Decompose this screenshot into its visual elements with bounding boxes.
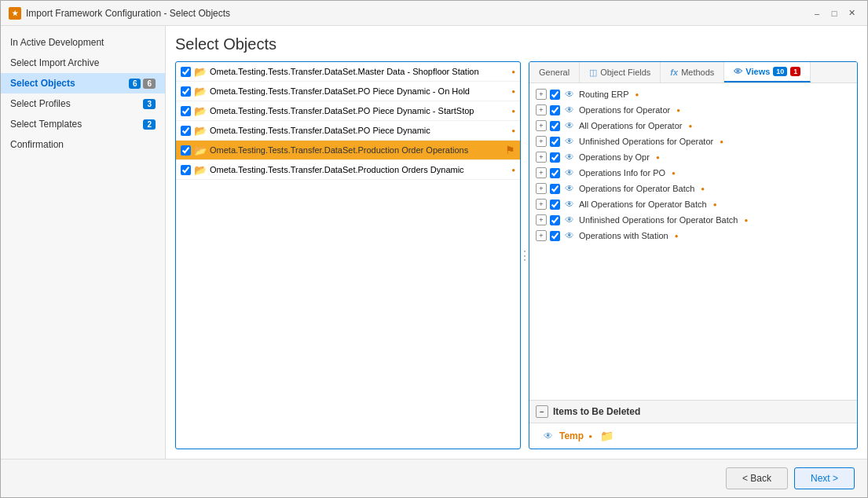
view-checkbox-1[interactable] bbox=[550, 90, 560, 100]
view-dot-6: ● bbox=[672, 170, 676, 177]
view-row-5[interactable]: + 👁 Operations by Opr ● bbox=[529, 149, 857, 165]
view-dot-7: ● bbox=[701, 185, 705, 192]
object-row[interactable]: 📂 Ometa.Testing.Tests.Transfer.DataSet.P… bbox=[176, 101, 520, 121]
view-row-7[interactable]: + 👁 Operations for Operator Batch ● bbox=[529, 181, 857, 196]
minimize-button[interactable]: – bbox=[809, 5, 825, 21]
window-title: Import Framework Configuration - Select … bbox=[26, 8, 230, 19]
sidebar-item-confirmation[interactable]: Confirmation bbox=[1, 134, 165, 155]
sidebar-item-active-dev[interactable]: In Active Development bbox=[1, 32, 165, 53]
dataset-icon-6: 📂 bbox=[194, 163, 207, 176]
app-icon: ★ bbox=[9, 7, 21, 20]
expand-btn-8[interactable]: + bbox=[536, 199, 547, 210]
expand-btn-1[interactable]: + bbox=[536, 89, 547, 100]
dataset-icon-2: 📂 bbox=[194, 85, 207, 97]
expand-btn-4[interactable]: + bbox=[536, 136, 547, 147]
deleted-item-dot: ● bbox=[588, 433, 592, 440]
panels-container: 📂 Ometa.Testing.Tests.Transfer.DataSet.M… bbox=[175, 61, 858, 449]
object-checkbox-5[interactable] bbox=[181, 145, 191, 156]
views-count-badge: 10 bbox=[773, 67, 787, 76]
view-checkbox-2[interactable] bbox=[550, 105, 560, 115]
expand-btn-7[interactable]: + bbox=[536, 183, 547, 194]
main-content: Select Objects 📂 Ometa.Testing.Tests.Tra… bbox=[166, 26, 867, 459]
view-checkbox-6[interactable] bbox=[550, 168, 560, 178]
deleted-section: − Items to Be Deleted 👁 Temp ● 📁 bbox=[529, 400, 857, 449]
tab-methods[interactable]: fx Methods bbox=[661, 62, 724, 82]
view-row-3[interactable]: + 👁 All Operations for Operator ● bbox=[529, 118, 857, 134]
flag-icon-5: ⚑ bbox=[505, 144, 515, 156]
object-checkbox-6[interactable] bbox=[181, 165, 191, 175]
object-checkbox-2[interactable] bbox=[181, 86, 191, 97]
view-row-6[interactable]: + 👁 Operations Info for PO ● bbox=[529, 165, 857, 181]
back-button[interactable]: < Back bbox=[726, 467, 788, 489]
expand-btn-2[interactable]: + bbox=[536, 104, 547, 115]
expand-btn-6[interactable]: + bbox=[536, 167, 547, 178]
dot-indicator-1: ● bbox=[511, 68, 515, 75]
dot-indicator-6: ● bbox=[511, 167, 515, 174]
view-icon-6: 👁 bbox=[565, 167, 574, 178]
sidebar-item-import-archive[interactable]: Select Import Archive bbox=[1, 53, 165, 73]
view-icon-9: 👁 bbox=[565, 214, 574, 225]
maximize-button[interactable]: □ bbox=[826, 5, 842, 21]
tab-views[interactable]: 👁 Views 10 1 bbox=[724, 62, 811, 82]
badge-selected: 6 bbox=[129, 79, 141, 89]
view-row-1[interactable]: + 👁 Routing ERP ● bbox=[529, 86, 857, 102]
fx-icon: fx bbox=[670, 68, 678, 77]
object-checkbox-1[interactable] bbox=[181, 67, 191, 77]
view-icon-3: 👁 bbox=[565, 120, 574, 131]
view-row-10[interactable]: + 👁 Operations with Station ● bbox=[529, 228, 857, 244]
object-checkbox-4[interactable] bbox=[181, 126, 191, 136]
view-icon-7: 👁 bbox=[565, 183, 574, 194]
sidebar-item-templates[interactable]: Select Templates 2 bbox=[1, 114, 165, 134]
deleted-header[interactable]: − Items to Be Deleted bbox=[529, 401, 857, 423]
view-checkbox-3[interactable] bbox=[550, 121, 560, 131]
right-panel: General ◫ Object Fields fx Methods 👁 bbox=[529, 61, 858, 449]
sidebar-item-profiles[interactable]: Select Profiles 3 bbox=[1, 93, 165, 114]
badge-templates: 2 bbox=[143, 119, 156, 130]
sidebar-item-select-objects[interactable]: Select Objects 6 6 bbox=[1, 73, 165, 93]
object-row-selected[interactable]: 📂 Ometa.Testing.Tests.Transfer.DataSet.P… bbox=[176, 141, 520, 160]
expand-btn-9[interactable]: + bbox=[536, 214, 547, 225]
sidebar: In Active Development Select Import Arch… bbox=[1, 26, 166, 459]
view-dot-10: ● bbox=[675, 233, 679, 240]
view-checkbox-9[interactable] bbox=[550, 215, 560, 225]
tab-object-fields[interactable]: ◫ Object Fields bbox=[580, 62, 661, 82]
view-row-2[interactable]: + 👁 Operations for Operator ● bbox=[529, 102, 857, 118]
badge-profiles: 3 bbox=[143, 99, 156, 109]
tab-general[interactable]: General bbox=[529, 62, 580, 82]
expand-btn-3[interactable]: + bbox=[536, 120, 547, 131]
object-row[interactable]: 📂 Ometa.Testing.Tests.Transfer.DataSet.P… bbox=[176, 121, 520, 141]
title-bar: ★ Import Framework Configuration - Selec… bbox=[1, 1, 867, 26]
view-icon-4: 👁 bbox=[565, 136, 574, 147]
view-row-4[interactable]: + 👁 Unfinished Operations for Operator ● bbox=[529, 134, 857, 149]
view-checkbox-5[interactable] bbox=[550, 152, 560, 163]
deleted-item-eye-icon: 👁 bbox=[544, 430, 553, 441]
dot-indicator-3: ● bbox=[511, 108, 515, 115]
close-button[interactable]: ✕ bbox=[844, 5, 859, 21]
deleted-section-title: Items to Be Deleted bbox=[553, 406, 640, 417]
dataset-icon-4: 📂 bbox=[194, 124, 207, 137]
content-area: In Active Development Select Import Arch… bbox=[1, 26, 867, 459]
view-checkbox-8[interactable] bbox=[550, 200, 560, 210]
tabs-bar: General ◫ Object Fields fx Methods 👁 bbox=[529, 62, 857, 83]
next-button[interactable]: Next > bbox=[794, 467, 855, 489]
view-row-9[interactable]: + 👁 Unfinished Operations for Operator B… bbox=[529, 212, 857, 228]
object-row[interactable]: 📂 Ometa.Testing.Tests.Transfer.DataSet.P… bbox=[176, 160, 520, 180]
dataset-icon-3: 📂 bbox=[194, 104, 207, 117]
view-icon-5: 👁 bbox=[565, 152, 574, 163]
view-checkbox-10[interactable] bbox=[550, 231, 560, 241]
main-window: ★ Import Framework Configuration - Selec… bbox=[0, 0, 868, 498]
view-row-8[interactable]: + 👁 All Operations for Operator Batch ● bbox=[529, 196, 857, 212]
object-row[interactable]: 📂 Ometa.Testing.Tests.Transfer.DataSet.P… bbox=[176, 82, 520, 101]
view-checkbox-4[interactable] bbox=[550, 137, 560, 147]
expand-btn-5[interactable]: + bbox=[536, 152, 547, 163]
view-dot-4: ● bbox=[720, 138, 723, 145]
objects-panel: 📂 Ometa.Testing.Tests.Transfer.DataSet.M… bbox=[175, 61, 521, 449]
view-dot-9: ● bbox=[744, 217, 748, 224]
expand-btn-10[interactable]: + bbox=[536, 230, 547, 241]
view-checkbox-7[interactable] bbox=[550, 184, 560, 194]
collapse-button[interactable]: − bbox=[536, 405, 548, 418]
footer: < Back Next > bbox=[1, 459, 867, 497]
object-checkbox-3[interactable] bbox=[181, 106, 191, 116]
object-row[interactable]: 📂 Ometa.Testing.Tests.Transfer.DataSet.M… bbox=[176, 62, 520, 82]
dot-indicator-4: ● bbox=[511, 127, 515, 134]
